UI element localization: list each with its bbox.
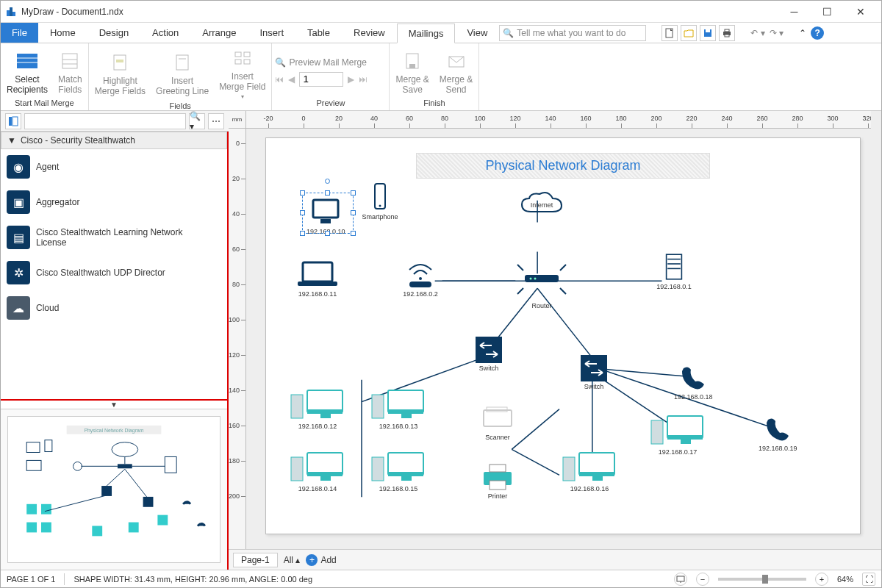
- record-input[interactable]: [299, 72, 343, 87]
- zoom-slider[interactable]: [718, 578, 806, 581]
- node-printer[interactable]: Printer: [479, 462, 516, 500]
- all-pages-button[interactable]: All ▴: [284, 555, 301, 565]
- shape-item-cloud[interactable]: ☁ Cloud: [1, 290, 227, 326]
- collapse-ribbon-icon[interactable]: ⌃: [799, 28, 806, 38]
- svg-rect-116: [651, 420, 663, 444]
- save-button[interactable]: [700, 25, 716, 41]
- node-phone18[interactable]: 192.168.0.18: [674, 362, 713, 401]
- svg-rect-22: [244, 52, 250, 57]
- svg-point-76: [419, 277, 422, 280]
- svg-rect-74: [303, 262, 332, 282]
- svg-rect-94: [320, 414, 331, 418]
- panel-divider[interactable]: ▼: [1, 399, 227, 409]
- phone-icon: [675, 362, 711, 392]
- prev-record-button[interactable]: ◀: [288, 74, 295, 85]
- svg-rect-42: [26, 504, 37, 514]
- page-tab-1[interactable]: Page-1: [233, 553, 278, 567]
- shape-search-button[interactable]: 🔍▾: [189, 113, 205, 129]
- node-scanner[interactable]: Scanner: [479, 403, 516, 441]
- node-selected-pc[interactable]: 192.168.0.10: [306, 197, 345, 235]
- node-laptop[interactable]: 192.168.0.11: [292, 259, 343, 298]
- smartphone-icon: [362, 182, 398, 212]
- node-smartphone[interactable]: Smartphone: [362, 182, 398, 220]
- node-wifi[interactable]: 192.168.0.2: [402, 259, 439, 298]
- redo-button[interactable]: ↷ ▾: [770, 28, 784, 38]
- close-button[interactable]: ✕: [844, 1, 877, 23]
- ruler-vertical: 020406080100120140160180200: [229, 129, 246, 549]
- file-tab[interactable]: File: [1, 23, 38, 43]
- node-switch2[interactable]: Switch: [581, 355, 607, 390]
- shape-search-input[interactable]: [24, 113, 186, 129]
- tab-design[interactable]: Design: [87, 23, 140, 43]
- node-phone19[interactable]: 192.168.0.19: [759, 414, 797, 452]
- node-pc16[interactable]: 192.168.0.16: [560, 447, 619, 492]
- next-record-button[interactable]: ▶: [348, 74, 354, 85]
- svg-rect-23: [235, 60, 241, 64]
- print-button[interactable]: [719, 25, 735, 41]
- node-pc12[interactable]: 192.168.0.12: [288, 384, 347, 430]
- node-pc15[interactable]: 192.168.0.15: [369, 447, 428, 492]
- library-panel-toggle[interactable]: [5, 113, 21, 129]
- svg-rect-105: [388, 472, 423, 476]
- tab-review[interactable]: Review: [342, 23, 397, 43]
- node-server[interactable]: 192.168.0.1: [656, 252, 692, 290]
- tell-me-search[interactable]: 🔍 Tell me what you want to do: [499, 25, 646, 41]
- tab-table[interactable]: Table: [295, 23, 342, 43]
- svg-rect-21: [235, 52, 241, 57]
- svg-rect-48: [157, 515, 168, 526]
- node-pc17[interactable]: 192.168.0.17: [648, 410, 707, 456]
- node-pc13[interactable]: 192.168.0.13: [369, 384, 428, 430]
- add-page-button[interactable]: + Add: [306, 554, 336, 566]
- shape-item-learning-license[interactable]: ▤ Cisco Stealthwatch Learning Network Li…: [1, 220, 227, 255]
- minimize-button[interactable]: ─: [778, 1, 811, 23]
- shape-library-header[interactable]: ▼ Cisco - Security Stealthwatch: [1, 132, 227, 149]
- tab-action[interactable]: Action: [140, 23, 190, 43]
- svg-rect-85: [667, 254, 682, 279]
- new-button[interactable]: [662, 25, 678, 41]
- diagram-title[interactable]: Physical Network Diagram: [416, 153, 710, 179]
- zoom-in-button[interactable]: +: [815, 573, 828, 586]
- shape-options-button[interactable]: ⋯: [208, 113, 224, 129]
- merge-save-icon: [401, 49, 424, 73]
- svg-rect-29: [12, 117, 18, 126]
- help-button[interactable]: ?: [811, 26, 824, 40]
- app-logo-icon: [5, 6, 17, 18]
- svg-rect-89: [476, 337, 502, 363]
- tab-arrange[interactable]: Arrange: [190, 23, 248, 43]
- shape-item-udp-director[interactable]: ✲ Cisco Stealthwatch UDP Director: [1, 255, 227, 290]
- insert-merge-field-button: Insert Merge Field ▾: [216, 45, 268, 101]
- last-record-button[interactable]: ⏭: [359, 74, 368, 85]
- tab-mailings[interactable]: Mailings: [397, 24, 456, 43]
- presentation-mode-button[interactable]: [674, 573, 687, 586]
- node-router[interactable]: Router: [516, 267, 567, 309]
- svg-rect-46: [92, 526, 102, 537]
- svg-rect-103: [372, 457, 384, 481]
- status-page: PAGE 1 OF 1: [7, 575, 55, 584]
- zoom-out-button[interactable]: −: [696, 573, 709, 586]
- first-record-button[interactable]: ⏮: [275, 74, 284, 85]
- undo-button[interactable]: ↶ ▾: [750, 28, 764, 38]
- svg-point-84: [534, 278, 537, 280]
- svg-rect-41: [143, 497, 154, 507]
- tab-home[interactable]: Home: [38, 23, 87, 43]
- shape-list[interactable]: ◉ Agent ▣ Aggregator ▤ Cisco Stealthwatc…: [1, 149, 227, 399]
- drawing-page[interactable]: Physical Network Diagram: [265, 137, 861, 534]
- svg-rect-114: [579, 472, 614, 476]
- highlight-icon: [108, 51, 132, 74]
- node-pc14[interactable]: 192.168.0.14: [288, 447, 347, 492]
- select-recipients-button[interactable]: Select Recipients: [4, 48, 51, 96]
- tab-insert[interactable]: Insert: [248, 23, 296, 43]
- shape-item-agent[interactable]: ◉ Agent: [1, 149, 227, 184]
- open-button[interactable]: [681, 25, 697, 41]
- overview-thumbnail: Physical Network Diagram: [7, 416, 220, 563]
- maximize-button[interactable]: ☐: [811, 1, 844, 23]
- overview-panel[interactable]: Physical Network Diagram: [1, 409, 227, 570]
- fit-page-button[interactable]: ⛶: [862, 573, 875, 586]
- node-internet[interactable]: Internet: [516, 190, 567, 228]
- node-switch1[interactable]: Switch: [476, 337, 502, 372]
- svg-rect-90: [581, 355, 607, 381]
- svg-rect-101: [307, 472, 343, 476]
- tab-view[interactable]: View: [455, 23, 499, 43]
- shape-item-aggregator[interactable]: ▣ Aggregator: [1, 184, 227, 220]
- printer-icon: [479, 462, 516, 491]
